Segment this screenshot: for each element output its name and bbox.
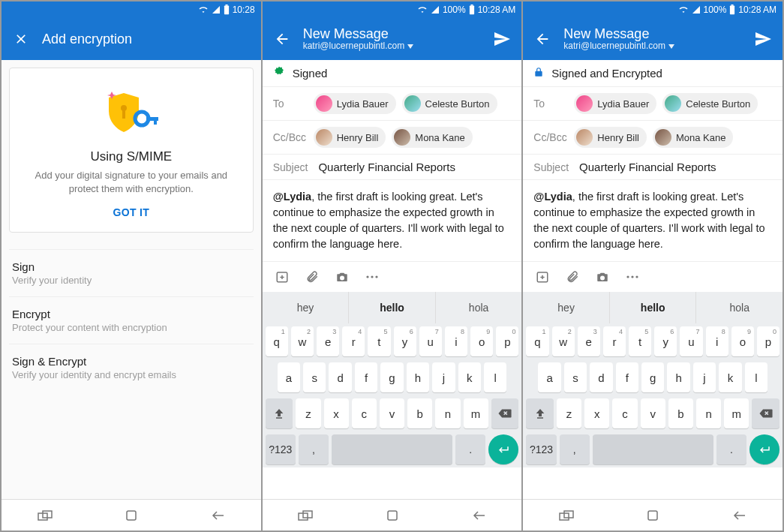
option-sign-encrypt[interactable]: Sign & Encrypt Verify your identity and …: [9, 344, 254, 391]
send-icon[interactable]: [752, 29, 773, 50]
key-n[interactable]: n: [696, 398, 721, 428]
key-k[interactable]: k: [719, 362, 741, 392]
period-key[interactable]: .: [716, 434, 746, 464]
camera-icon[interactable]: [595, 269, 610, 284]
key-c[interactable]: c: [612, 398, 637, 428]
key-e[interactable]: e3: [317, 326, 339, 356]
cc-row[interactable]: Cc/Bcc Henry Bill Mona Kane: [263, 121, 522, 155]
recipient-chip[interactable]: Lydia Bauer: [574, 93, 656, 114]
comma-key[interactable]: ,: [299, 434, 329, 464]
suggestion[interactable]: hello: [349, 292, 436, 323]
key-t[interactable]: t5: [629, 326, 651, 356]
key-l[interactable]: l: [745, 362, 767, 392]
suggestion[interactable]: hola: [436, 292, 522, 323]
suggestion[interactable]: hola: [696, 292, 782, 323]
key-w[interactable]: w2: [291, 326, 314, 356]
message-body-input[interactable]: @Lydia, the first draft is looking great…: [263, 180, 522, 261]
enter-key[interactable]: [488, 434, 518, 464]
key-s[interactable]: s: [564, 362, 587, 392]
back-icon[interactable]: [468, 505, 489, 526]
key-a[interactable]: a: [278, 362, 300, 392]
shift-key[interactable]: [526, 398, 554, 428]
key-x[interactable]: x: [584, 398, 609, 428]
got-it-button[interactable]: GOT IT: [22, 206, 241, 218]
suggestion[interactable]: hey: [523, 292, 610, 323]
send-icon[interactable]: [491, 29, 512, 50]
key-m[interactable]: m: [724, 398, 749, 428]
message-body-input[interactable]: @Lydia, the first draft is looking great…: [523, 180, 782, 261]
back-arrow-icon[interactable]: [272, 29, 293, 50]
numsym-key[interactable]: ?123: [526, 434, 556, 464]
key-l[interactable]: l: [484, 362, 506, 392]
key-f[interactable]: f: [616, 362, 638, 392]
key-o[interactable]: o9: [731, 326, 754, 356]
key-f[interactable]: f: [355, 362, 377, 392]
suggestion[interactable]: hey: [263, 292, 350, 323]
key-q[interactable]: q1: [526, 326, 548, 356]
recipient-chip[interactable]: Celeste Burton: [402, 93, 497, 114]
backspace-key[interactable]: [491, 398, 519, 428]
subject-row[interactable]: Subject Quarterly Financial Reports: [523, 155, 782, 180]
key-o[interactable]: o9: [470, 326, 493, 356]
key-x[interactable]: x: [324, 398, 349, 428]
option-sign[interactable]: Sign Verify your identity: [9, 249, 254, 296]
home-icon[interactable]: [121, 505, 142, 526]
key-z[interactable]: z: [296, 398, 320, 428]
to-row[interactable]: To Lydia Bauer Celeste Burton: [263, 87, 522, 121]
suggestion[interactable]: hello: [610, 292, 697, 323]
numsym-key[interactable]: ?123: [266, 434, 296, 464]
option-encrypt[interactable]: Encrypt Protect your content with encryp…: [9, 296, 254, 344]
close-icon[interactable]: [11, 29, 32, 50]
calendar-add-icon[interactable]: [535, 269, 550, 284]
key-a[interactable]: a: [538, 362, 560, 392]
attach-icon[interactable]: [305, 269, 320, 284]
key-v[interactable]: v: [380, 398, 404, 428]
subject-row[interactable]: Subject Quarterly Financial Reports: [263, 155, 522, 180]
comma-key[interactable]: ,: [560, 434, 590, 464]
attach-icon[interactable]: [565, 269, 580, 284]
home-icon[interactable]: [382, 505, 403, 526]
key-w[interactable]: w2: [552, 326, 575, 356]
recent-apps-icon[interactable]: [556, 505, 577, 526]
key-i[interactable]: i8: [445, 326, 467, 356]
more-icon[interactable]: [365, 269, 380, 284]
calendar-add-icon[interactable]: [275, 269, 290, 284]
key-h[interactable]: h: [407, 362, 429, 392]
key-t[interactable]: t5: [368, 326, 390, 356]
account-selector[interactable]: katri@lucernepubintl.com: [563, 41, 742, 52]
key-d[interactable]: d: [329, 362, 351, 392]
account-selector[interactable]: katri@lucernepubintl.com: [303, 41, 482, 52]
key-y[interactable]: y6: [394, 326, 416, 356]
key-v[interactable]: v: [641, 398, 665, 428]
key-i[interactable]: i8: [706, 326, 728, 356]
period-key[interactable]: .: [455, 434, 485, 464]
key-p[interactable]: p0: [757, 326, 779, 356]
security-status-row[interactable]: Signed and Encrypted: [523, 60, 782, 87]
key-m[interactable]: m: [464, 398, 488, 428]
key-p[interactable]: p0: [496, 326, 518, 356]
back-icon[interactable]: [207, 505, 228, 526]
recipient-chip[interactable]: Mona Kane: [392, 127, 473, 148]
recipient-chip[interactable]: Mona Kane: [653, 127, 734, 148]
more-icon[interactable]: [625, 269, 640, 284]
camera-icon[interactable]: [335, 269, 350, 284]
key-n[interactable]: n: [435, 398, 460, 428]
key-e[interactable]: e3: [578, 326, 600, 356]
key-b[interactable]: b: [407, 398, 432, 428]
recent-apps-icon[interactable]: [295, 505, 316, 526]
key-r[interactable]: r4: [603, 326, 626, 356]
key-u[interactable]: u7: [419, 326, 442, 356]
key-j[interactable]: j: [693, 362, 716, 392]
recipient-chip[interactable]: Celeste Burton: [662, 93, 758, 114]
cc-row[interactable]: Cc/Bcc Henry Bill Mona Kane: [523, 121, 782, 155]
key-c[interactable]: c: [352, 398, 377, 428]
to-row[interactable]: To Lydia Bauer Celeste Burton: [523, 87, 782, 121]
spacebar-key[interactable]: [593, 434, 713, 464]
back-arrow-icon[interactable]: [532, 29, 553, 50]
key-r[interactable]: r4: [342, 326, 365, 356]
enter-key[interactable]: [749, 434, 779, 464]
key-z[interactable]: z: [557, 398, 581, 428]
key-j[interactable]: j: [432, 362, 455, 392]
recipient-chip[interactable]: Lydia Bauer: [314, 93, 396, 114]
home-icon[interactable]: [642, 505, 663, 526]
